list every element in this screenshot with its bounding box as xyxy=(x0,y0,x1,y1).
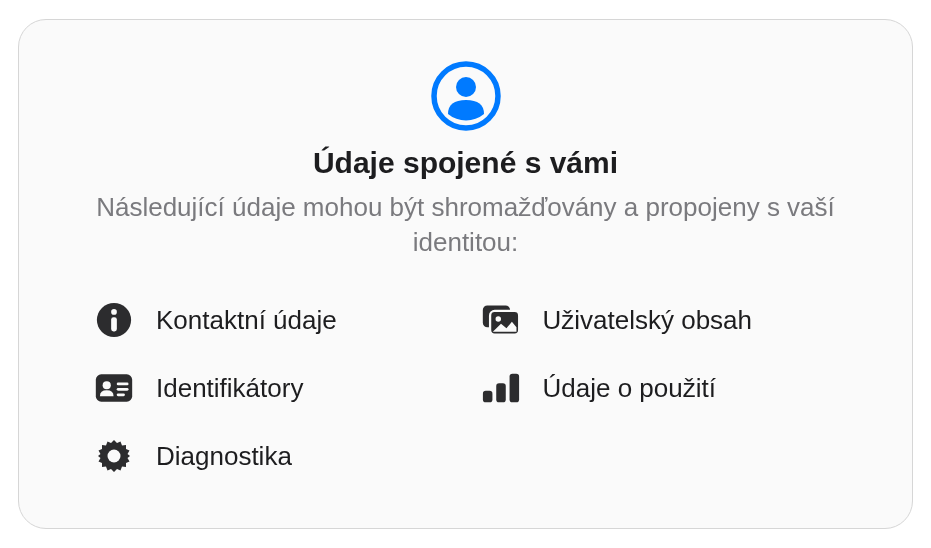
svg-point-9 xyxy=(103,381,111,389)
item-label: Kontaktní údaje xyxy=(156,305,337,336)
svg-rect-12 xyxy=(117,394,125,397)
svg-rect-11 xyxy=(117,388,129,391)
svg-rect-13 xyxy=(482,391,492,402)
item-user-content: Uživatelský obsah xyxy=(481,300,838,340)
diagnostics-icon xyxy=(94,436,134,476)
svg-rect-15 xyxy=(509,374,519,403)
identifiers-icon xyxy=(94,368,134,408)
svg-point-7 xyxy=(495,317,500,322)
data-items-grid: Kontaktní údaje Uživatelský obsah xyxy=(89,300,842,476)
user-content-icon xyxy=(481,300,521,340)
item-label: Identifikátory xyxy=(156,373,303,404)
svg-point-16 xyxy=(108,450,121,463)
usage-data-icon xyxy=(481,368,521,408)
privacy-card: Údaje spojené s vámi Následující údaje m… xyxy=(18,19,913,529)
item-contact-info: Kontaktní údaje xyxy=(94,300,451,340)
item-label: Údaje o použití xyxy=(543,373,716,404)
item-label: Uživatelský obsah xyxy=(543,305,753,336)
svg-rect-14 xyxy=(496,383,506,402)
svg-point-1 xyxy=(456,77,476,97)
item-label: Diagnostika xyxy=(156,441,292,472)
item-usage-data: Údaje o použití xyxy=(481,368,838,408)
person-icon xyxy=(430,60,502,132)
item-diagnostics: Diagnostika xyxy=(94,436,451,476)
svg-rect-10 xyxy=(117,383,129,386)
info-icon xyxy=(94,300,134,340)
item-identifiers: Identifikátory xyxy=(94,368,451,408)
card-title: Údaje spojené s vámi xyxy=(313,146,618,180)
card-subtitle: Následující údaje mohou být shromažďován… xyxy=(89,190,842,260)
svg-rect-4 xyxy=(111,317,117,331)
svg-point-3 xyxy=(111,309,117,315)
